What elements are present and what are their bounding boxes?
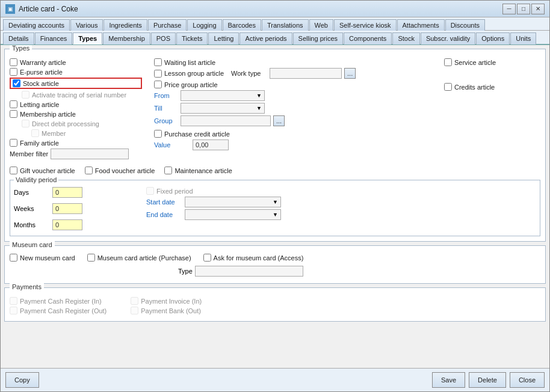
- payment-invoice-in-checkbox[interactable]: [131, 297, 138, 305]
- tab-letting[interactable]: Letting: [208, 32, 239, 44]
- museum-card-article-checkbox[interactable]: [87, 254, 95, 262]
- e-purse-article-checkbox[interactable]: [10, 68, 17, 76]
- minimize-button[interactable]: ─: [502, 4, 516, 14]
- letting-article-label: Letting article: [20, 101, 59, 108]
- price-group-checkbox[interactable]: [154, 81, 162, 88]
- months-input[interactable]: [52, 219, 82, 230]
- letting-article-checkbox[interactable]: [10, 100, 17, 108]
- tab-barcodes[interactable]: Barcodes: [223, 19, 261, 31]
- save-button[interactable]: Save: [432, 372, 465, 388]
- ask-museum-card-checkbox[interactable]: [203, 254, 211, 262]
- new-museum-card-checkbox[interactable]: [10, 254, 17, 262]
- tab-ingredients[interactable]: Ingredients: [104, 19, 147, 31]
- food-voucher-checkbox[interactable]: [85, 167, 93, 174]
- family-article-checkbox[interactable]: [10, 139, 17, 147]
- tab-discounts[interactable]: Discounts: [445, 19, 485, 31]
- days-input[interactable]: [52, 187, 82, 198]
- weeks-input[interactable]: [52, 203, 82, 214]
- museum-card-article-label: Museum card article (Purchase): [97, 254, 191, 262]
- till-combo[interactable]: ▼: [181, 103, 265, 114]
- purchase-credit-checkbox[interactable]: [154, 130, 162, 138]
- credits-article-row: Credits article: [444, 83, 540, 91]
- e-purse-article-row: E-purse article: [10, 68, 142, 76]
- waiting-list-row: Waiting list article: [154, 58, 432, 66]
- tab-types[interactable]: Types: [73, 32, 102, 44]
- close-window-button[interactable]: ✕: [531, 4, 545, 14]
- tab-tickets[interactable]: Tickets: [176, 32, 208, 44]
- group-input[interactable]: [181, 115, 271, 126]
- credits-article-checkbox[interactable]: [444, 83, 452, 91]
- stock-article-checkbox[interactable]: [13, 79, 20, 87]
- direct-debit-label: Direct debit processing: [32, 120, 99, 127]
- tab-membership[interactable]: Membership: [103, 32, 150, 44]
- maintenance-article-checkbox[interactable]: [164, 167, 172, 174]
- close-button[interactable]: Close: [510, 372, 545, 388]
- end-date-arrow-icon: ▼: [273, 212, 278, 218]
- tab-attachments[interactable]: Attachments: [397, 19, 445, 31]
- group-browse-button[interactable]: ...: [273, 115, 285, 126]
- tab-web[interactable]: Web: [309, 19, 333, 31]
- activate-tracing-checkbox[interactable]: [22, 91, 29, 99]
- tab-pos[interactable]: POS: [151, 32, 176, 44]
- new-museum-card-row: New museum card: [10, 254, 75, 262]
- payment-cash-in-label: Payment Cash Register (In): [20, 298, 102, 305]
- tab-units[interactable]: Units: [510, 32, 536, 44]
- payments-left: Payment Cash Register (In) Payment Cash …: [10, 295, 107, 316]
- food-voucher-row: Food voucher article: [85, 167, 155, 174]
- delete-button[interactable]: Delete: [469, 372, 506, 388]
- member-filter-input[interactable]: [51, 149, 129, 159]
- from-combo[interactable]: ▼: [181, 90, 265, 101]
- days-label: Days: [14, 189, 50, 196]
- tab-stock[interactable]: Stock: [392, 32, 420, 44]
- work-type-input[interactable]: [270, 68, 342, 79]
- tab-selling-prices[interactable]: Selling prices: [293, 32, 343, 44]
- lesson-group-checkbox[interactable]: [154, 70, 162, 78]
- tab-purchase[interactable]: Purchase: [148, 19, 187, 31]
- gift-voucher-checkbox[interactable]: [10, 167, 17, 174]
- tab-subscr-validity[interactable]: Subscr. validity: [421, 32, 475, 44]
- tab-active-periods[interactable]: Active periods: [239, 32, 292, 44]
- tab-details[interactable]: Details: [3, 32, 34, 44]
- tab-logging[interactable]: Logging: [187, 19, 221, 31]
- tab-translations[interactable]: Translations: [262, 19, 309, 31]
- payment-cash-out-checkbox[interactable]: [10, 307, 17, 314]
- title-bar: ▣ Article card - Coke ─ □ ✕: [1, 1, 549, 17]
- main-window: ▣ Article card - Coke ─ □ ✕ Deviating ac…: [0, 0, 550, 392]
- membership-article-checkbox[interactable]: [10, 110, 17, 118]
- direct-debit-checkbox[interactable]: [22, 120, 29, 127]
- types-col1: Warranty article E-purse article Stock a…: [10, 57, 142, 161]
- family-article-row: Family article: [10, 139, 142, 147]
- bottom-bar: Copy Save Delete Close: [1, 368, 549, 391]
- start-date-combo[interactable]: ▼: [185, 197, 281, 207]
- validity-left: Days Weeks Months: [14, 185, 134, 232]
- gift-voucher-label: Gift voucher article: [20, 167, 75, 174]
- content-area: Types Warranty article E-purse article: [1, 45, 549, 368]
- fixed-period-label: Fixed period: [156, 188, 193, 195]
- work-type-browse-button[interactable]: ...: [344, 68, 356, 79]
- payment-bank-out-checkbox[interactable]: [131, 307, 138, 314]
- copy-button[interactable]: Copy: [5, 372, 39, 388]
- tab-components[interactable]: Components: [344, 32, 392, 44]
- tab-deviating-accounts[interactable]: Deviating accounts: [3, 19, 70, 31]
- end-date-row: End date ▼: [146, 209, 536, 220]
- tab-various[interactable]: Various: [70, 19, 103, 31]
- stock-article-label: Stock article: [23, 80, 59, 87]
- bottom-types-section: Gift voucher article Food voucher articl…: [10, 165, 540, 236]
- museum-type-input[interactable]: [195, 266, 303, 277]
- end-date-combo[interactable]: ▼: [185, 209, 281, 220]
- member-checkbox[interactable]: [31, 129, 39, 137]
- payment-cash-in-checkbox[interactable]: [10, 297, 17, 305]
- service-article-checkbox[interactable]: [444, 58, 452, 66]
- warranty-article-checkbox[interactable]: [10, 58, 17, 66]
- price-group-row: Price group article: [154, 81, 432, 88]
- credits-article-label: Credits article: [454, 84, 495, 91]
- start-date-label: Start date: [146, 198, 182, 206]
- waiting-list-checkbox[interactable]: [154, 58, 162, 66]
- tab-finances[interactable]: Finances: [35, 32, 73, 44]
- tab-self-service-kiosk[interactable]: Self-service kiosk: [334, 19, 397, 31]
- maximize-button[interactable]: □: [517, 4, 530, 14]
- till-arrow-icon: ▼: [256, 105, 262, 111]
- fixed-period-checkbox[interactable]: [146, 187, 154, 195]
- tab-options[interactable]: Options: [476, 32, 510, 44]
- value-input[interactable]: [193, 139, 229, 150]
